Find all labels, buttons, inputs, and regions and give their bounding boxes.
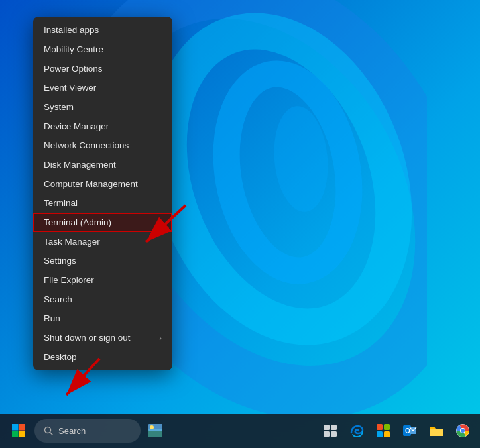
svg-rect-19 [324, 431, 330, 437]
svg-rect-22 [384, 424, 390, 430]
widgets-icon [148, 424, 162, 437]
svg-text:O: O [405, 427, 410, 435]
task-view-button[interactable] [318, 419, 342, 443]
menu-item-label-power-options: Power Options [44, 64, 103, 74]
chrome-icon [455, 423, 470, 438]
menu-item-disk-management[interactable]: Disk Management [33, 155, 172, 174]
menu-item-settings[interactable]: Settings [33, 251, 172, 270]
menu-item-system[interactable]: System [33, 97, 172, 117]
menu-item-label-network-connections: Network Connections [44, 140, 129, 150]
menu-item-label-run: Run [44, 313, 60, 323]
menu-item-mobility-centre[interactable]: Mobility Centre [33, 40, 172, 59]
outlook-icon: O [402, 423, 417, 438]
file-explorer-icon [429, 424, 444, 437]
menu-item-label-installed-apps: Installed apps [44, 25, 99, 35]
desktop: Installed appsMobility CentrePower Optio… [0, 0, 480, 448]
svg-point-16 [150, 425, 154, 429]
menu-item-device-manager[interactable]: Device Manager [33, 117, 172, 136]
menu-item-label-settings: Settings [44, 256, 76, 266]
menu-item-shut-down[interactable]: Shut down or sign out› [33, 328, 172, 347]
menu-item-label-desktop: Desktop [44, 352, 77, 362]
menu-item-terminal-admin[interactable]: Terminal (Admin) [33, 213, 172, 232]
start-button[interactable] [5, 418, 32, 444]
svg-rect-20 [331, 431, 337, 437]
svg-rect-23 [377, 431, 383, 437]
menu-item-label-device-manager: Device Manager [44, 121, 109, 131]
widgets-button[interactable] [143, 419, 167, 443]
windows-logo-icon [11, 423, 26, 438]
file-explorer-button[interactable] [424, 419, 448, 443]
taskbar-search[interactable]: Search [34, 419, 141, 443]
taskbar: Search [0, 414, 480, 448]
menu-item-run[interactable]: Run [33, 309, 172, 328]
svg-rect-17 [324, 425, 330, 430]
svg-rect-24 [384, 431, 390, 437]
menu-item-search[interactable]: Search [33, 290, 172, 309]
menu-item-terminal[interactable]: Terminal [33, 194, 172, 213]
svg-rect-10 [12, 431, 19, 438]
context-menu: Installed appsMobility CentrePower Optio… [33, 17, 172, 370]
menu-item-label-disk-management: Disk Management [44, 160, 116, 170]
menu-item-label-system: System [44, 102, 74, 112]
store-button[interactable] [371, 419, 395, 443]
menu-item-installed-apps[interactable]: Installed apps [33, 21, 172, 40]
svg-rect-18 [331, 425, 337, 430]
search-icon [44, 426, 53, 435]
svg-rect-9 [19, 424, 26, 431]
menu-item-label-terminal-admin: Terminal (Admin) [44, 217, 111, 227]
menu-item-label-event-viewer: Event Viewer [44, 83, 96, 93]
menu-item-label-shut-down: Shut down or sign out [44, 333, 131, 343]
menu-item-network-connections[interactable]: Network Connections [33, 136, 172, 155]
edge-icon [349, 423, 364, 438]
menu-item-desktop[interactable]: Desktop [33, 347, 172, 366]
svg-rect-8 [12, 424, 19, 431]
svg-line-13 [50, 433, 53, 435]
task-view-icon [324, 425, 337, 437]
menu-item-label-search: Search [44, 294, 72, 304]
menu-item-task-manager[interactable]: Task Manager [33, 232, 172, 251]
menu-item-file-explorer[interactable]: File Explorer [33, 270, 172, 290]
menu-item-label-task-manager: Task Manager [44, 237, 100, 247]
menu-item-label-mobility-centre: Mobility Centre [44, 44, 103, 54]
menu-item-label-terminal: Terminal [44, 198, 78, 208]
menu-item-label-computer-management: Computer Management [44, 179, 138, 189]
edge-button[interactable] [345, 419, 369, 443]
menu-item-event-viewer[interactable]: Event Viewer [33, 78, 172, 97]
menu-item-power-options[interactable]: Power Options [33, 59, 172, 78]
menu-item-label-file-explorer: File Explorer [44, 275, 94, 285]
svg-point-30 [461, 429, 465, 433]
taskbar-search-label: Search [58, 426, 86, 436]
store-icon [376, 423, 390, 438]
chrome-button[interactable] [451, 419, 475, 443]
submenu-arrow-icon: › [159, 334, 162, 342]
menu-item-computer-management[interactable]: Computer Management [33, 174, 172, 194]
outlook-button[interactable]: O [398, 419, 422, 443]
svg-rect-21 [377, 424, 383, 430]
svg-rect-11 [19, 431, 26, 438]
